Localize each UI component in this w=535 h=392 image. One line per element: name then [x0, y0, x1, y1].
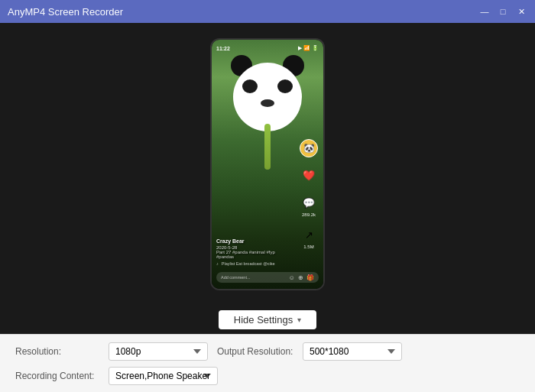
settings-panel: Resolution: 1080p Output Resolution: 500… — [0, 334, 535, 392]
comment-count: 289.2k — [302, 212, 316, 217]
comment-placeholder: Add comment... — [221, 275, 251, 280]
recording-content-label: Recording Content: — [15, 371, 99, 381]
title-bar: AnyMP4 Screen Recorder — □ ✕ — [0, 0, 535, 23]
phone-preview: 11:22 ▶ 📶 🔋 🐼 ❤️ 💬 289.2k ↗ 1.5M — [210, 38, 325, 290]
share-count: 1.5M — [303, 245, 313, 249]
comment-emoji-icons: ☺ ⊕ 🎁 — [289, 274, 314, 281]
music-icon: ♪ — [216, 261, 219, 266]
hide-settings-button[interactable]: Hide Settings ▾ — [219, 310, 316, 329]
video-hashtags: #pandas — [216, 254, 297, 259]
gift-icon: 🎁 — [306, 274, 314, 281]
recording-content-row: Recording Content: Screen,Phone Speaker — [15, 367, 520, 385]
resolution-row: Resolution: 1080p Output Resolution: 500… — [15, 342, 520, 361]
output-resolution-label: Output Resolution: — [217, 346, 293, 357]
hide-settings-bar: Hide Settings ▾ — [0, 306, 535, 334]
tiktok-action-icons: 🐼 ❤️ 💬 289.2k ↗ 1.5M — [299, 139, 319, 249]
status-icons: ▶ 📶 🔋 — [298, 45, 319, 51]
chevron-down-icon: ▾ — [297, 316, 301, 324]
video-creator: Crazy Bear — [216, 238, 297, 244]
panda-avatar-icon: 🐼 — [300, 139, 318, 157]
close-button[interactable]: ✕ — [515, 5, 527, 18]
tiktok-ui-overlay: 11:22 ▶ 📶 🔋 🐼 ❤️ 💬 289.2k ↗ 1.5M — [212, 40, 323, 289]
recording-content-select[interactable]: Screen,Phone Speaker — [109, 367, 218, 385]
resolution-label: Resolution: — [15, 346, 99, 357]
comment-icon: 💬 — [299, 193, 319, 212]
video-info: Crazy Bear 2020-5-28 Part 27 #panda #ani… — [216, 238, 297, 266]
minimize-button[interactable]: — — [478, 5, 491, 18]
maximize-button[interactable]: □ — [497, 5, 509, 18]
like-icon-group: ❤️ — [299, 165, 319, 185]
hide-settings-label: Hide Settings — [234, 314, 293, 326]
status-time: 11:22 — [216, 46, 230, 51]
resolution-select[interactable]: 1080p — [109, 342, 208, 361]
share-icon: ↗ — [299, 225, 319, 245]
output-resolution-select[interactable]: 500*1080 — [303, 342, 402, 361]
comment-icon-group: 💬 289.2k — [299, 193, 319, 217]
emoji-icon-2: ⊕ — [298, 274, 303, 281]
heart-icon: ❤️ — [299, 165, 319, 185]
comment-bar[interactable]: Add comment... ☺ ⊕ 🎁 — [216, 272, 319, 283]
share-icon-group: ↗ 1.5M — [299, 225, 319, 249]
emoji-icon-1: ☺ — [289, 274, 295, 281]
app-title: AnyMP4 Screen Recorder — [8, 6, 123, 18]
panda-background: 11:22 ▶ 📶 🔋 🐼 ❤️ 💬 289.2k ↗ 1.5M — [212, 40, 323, 289]
status-bar: 11:22 ▶ 📶 🔋 — [216, 43, 319, 53]
window-controls: — □ ✕ — [478, 5, 527, 18]
playlist-bar: ♪ Playlist Eat broadcast @cike — [216, 261, 297, 266]
playlist-text: Playlist Eat broadcast @cike — [222, 261, 275, 266]
video-preview-area: 11:22 ▶ 📶 🔋 🐼 ❤️ 💬 289.2k ↗ 1.5M — [0, 23, 535, 306]
